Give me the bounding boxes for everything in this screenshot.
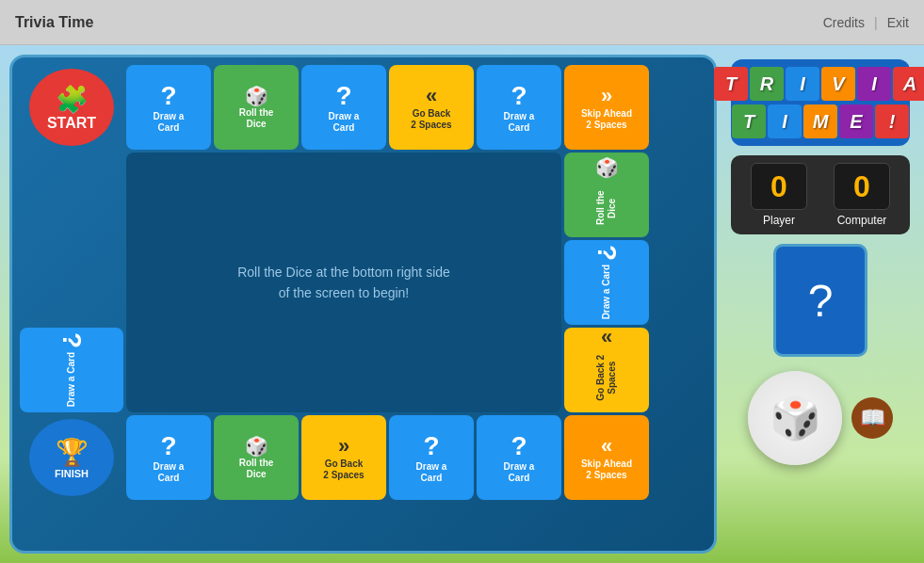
cell-label: Roll the Dice [595,183,618,233]
logo-i1: I [786,67,819,101]
card-question-mark: ? [808,275,834,327]
computer-score: 0 [834,163,890,210]
start-label: START [47,115,96,132]
question-icon: ? [57,332,87,348]
app-title: Trivia Time [15,14,93,31]
finish-label: FINISH [55,468,89,479]
cell-label: Go Back2 Spaces [323,458,364,481]
player-score-box: 0 Player [740,163,818,227]
titlebar: Trivia Time Credits | Exit [0,0,924,45]
logo-i2: I [857,67,891,101]
logo-t2: T [732,105,766,138]
dice-icon: 🎲 [245,85,268,107]
book-button[interactable]: 📖 [851,397,893,439]
cell-label: Draw aCard [504,461,535,484]
cell-label: Roll theDice [239,458,274,480]
main-content: 🧩 START ? Draw aCard 🎲 Roll theDice ? Dr… [0,45,924,563]
center-area: Roll the Dice at the bottom right side o… [126,153,561,412]
question-icon: ? [592,245,622,261]
question-icon: ? [511,81,527,111]
card-display: ? [773,244,867,357]
logo-i3: I [768,105,802,138]
cell-label: Skip Ahead2 Spaces [581,458,632,481]
player-label: Player [763,214,795,227]
logo-exclaim: ! [875,105,909,138]
cell-label: Draw a Card [601,265,612,319]
logo-v: V [821,67,855,101]
dice-book-row: 🎲 📖 [748,371,893,465]
exit-link[interactable]: Exit [887,15,909,30]
board-grid: 🧩 START ? Draw aCard 🎲 Roll theDice ? Dr… [20,65,706,543]
top-cell-7: » Skip Ahead2 Spaces [564,65,649,150]
cell-label: Draw aCard [154,111,185,134]
separator: | [874,15,878,30]
bottom-cell-6: ? Draw aCard [477,415,561,500]
logo-m: M [803,105,837,138]
player-score: 0 [751,163,807,210]
top-cell-5: « Go Back2 Spaces [389,65,474,150]
cell-label: Draw aCard [154,461,185,484]
dice-icon-large: 🎲 [770,394,821,442]
bottom-cell-7: « Skip Ahead2 Spaces [564,415,649,500]
nav-links: Credits | Exit [823,15,909,30]
start-cell: 🧩 START [20,65,123,150]
right-cell-3: « Go Back 2 Spaces [564,328,649,412]
right-panel: T R I V I A T I M E ! 0 Player 0 [726,55,915,554]
logo-t1: T [714,67,748,101]
left-cell-1: ? Draw a Card [20,328,123,412]
cell-label: Roll theDice [239,107,274,130]
book-icon: 📖 [860,406,885,430]
bottom-cell-5: ? Draw aCard [389,415,474,500]
question-icon: ? [335,81,351,111]
dice-icon: 🎲 [595,156,618,179]
dice-icon: 🎲 [245,435,268,458]
top-cell-3: 🎲 Roll theDice [214,65,299,150]
right-cell-1: 🎲 Roll the Dice [564,153,649,237]
question-icon: ? [423,431,439,461]
bottom-cell-4: » Go Back2 Spaces [301,415,386,500]
logo-r: R [750,67,784,101]
game-board: 🧩 START ? Draw aCard 🎲 Roll theDice ? Dr… [9,55,717,554]
right-cell-2: ? Draw a Card [564,240,649,325]
cell-label: Draw aCard [329,111,360,134]
question-icon: ? [160,81,176,111]
question-icon: ? [511,431,527,461]
cell-label: Draw aCard [504,111,535,134]
finish-cell: 🏆 FINISH [20,415,123,500]
trivia-logo: T R I V I A T I M E ! [731,59,910,146]
top-cell-2: ? Draw aCard [126,65,211,150]
question-icon: ? [160,431,176,461]
cell-label: Draw a Card [66,352,77,407]
logo-e: E [839,105,873,138]
cell-label: Go Back 2 Spaces [595,346,618,409]
cell-label: Draw aCard [416,461,447,484]
computer-label: Computer [837,214,887,227]
top-cell-6: ? Draw aCard [477,65,561,150]
dice-roll-button[interactable]: 🎲 [748,371,842,465]
cell-label: Skip Ahead2 Spaces [581,108,632,131]
top-cell-4: ? Draw aCard [301,65,386,150]
computer-score-box: 0 Computer [823,163,900,227]
credits-link[interactable]: Credits [823,15,865,30]
bottom-cell-2: ? Draw aCard [126,415,211,500]
bottom-cell-3: 🎲 Roll theDice [214,415,299,500]
score-board: 0 Player 0 Computer [731,155,910,234]
logo-a: A [893,67,924,101]
cell-label: Go Back2 Spaces [411,108,451,131]
center-text: Roll the Dice at the bottom right side o… [237,262,450,304]
